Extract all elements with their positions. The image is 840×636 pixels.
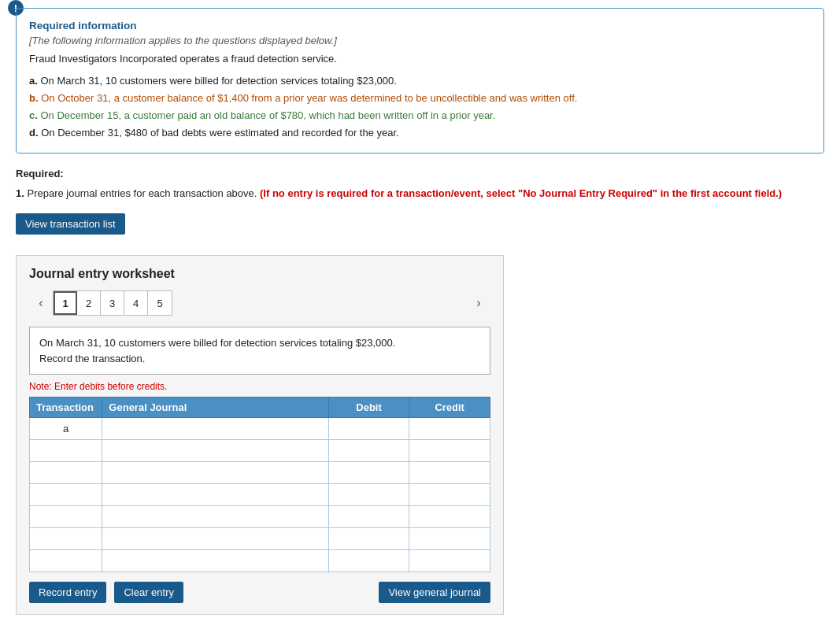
info-item-a: a. On March 31, 10 customers were billed… [29, 72, 811, 90]
credit-input[interactable] [413, 443, 487, 458]
transaction-cell [30, 484, 102, 506]
debit-input[interactable] [332, 509, 406, 524]
transaction-cell: a [30, 418, 102, 440]
general-journal-input[interactable] [105, 465, 324, 480]
credit-cell[interactable] [409, 506, 490, 528]
page-2[interactable]: 2 [77, 291, 101, 315]
debit-cell[interactable] [328, 484, 409, 506]
question-normal-text: Prepare journal entries for each transac… [27, 187, 260, 199]
general-journal-cell[interactable] [102, 506, 328, 528]
info-box: Required information [The following info… [16, 8, 824, 153]
credit-input[interactable] [413, 531, 487, 546]
debit-input[interactable] [332, 465, 406, 480]
table-row [30, 528, 490, 550]
info-box-title: Required information [29, 20, 811, 31]
record-entry-button[interactable]: Record entry [29, 582, 106, 603]
table-row [30, 462, 490, 484]
pagination-numbers: 1 2 3 4 5 [53, 290, 172, 316]
col-header-transaction: Transaction [30, 398, 102, 418]
credit-cell[interactable] [409, 462, 490, 484]
general-journal-cell[interactable] [102, 462, 328, 484]
debit-input[interactable] [332, 531, 406, 546]
journal-entry-worksheet: Journal entry worksheet ‹ 1 2 3 4 5 › On… [16, 255, 504, 615]
debit-cell[interactable] [328, 550, 409, 572]
debit-input[interactable] [332, 487, 406, 502]
general-journal-input[interactable] [105, 421, 324, 436]
table-row [30, 550, 490, 572]
transaction-cell [30, 462, 102, 484]
debit-cell[interactable] [328, 528, 409, 550]
col-header-general-journal: General Journal [102, 398, 328, 418]
info-item-c: c. On December 15, a customer paid an ol… [29, 107, 811, 124]
transaction-cell [30, 550, 102, 572]
page-1[interactable]: 1 [54, 291, 77, 315]
question-bold-red-text: (If no entry is required for a transacti… [260, 187, 782, 199]
clear-entry-button[interactable]: Clear entry [114, 582, 183, 603]
general-journal-input[interactable] [105, 443, 324, 458]
table-row [30, 484, 490, 506]
debit-cell[interactable] [328, 462, 409, 484]
info-box-intro: Fraud Investigators Incorporated operate… [29, 53, 811, 65]
info-box-items: a. On March 31, 10 customers were billed… [29, 72, 811, 142]
general-journal-input[interactable] [105, 509, 324, 524]
pagination-prev-arrow[interactable]: ‹ [29, 291, 53, 315]
page-4[interactable]: 4 [124, 291, 148, 315]
general-journal-cell[interactable] [102, 418, 328, 440]
credit-cell[interactable] [409, 440, 490, 462]
general-journal-cell[interactable] [102, 528, 328, 550]
general-journal-cell[interactable] [102, 440, 328, 462]
debit-input[interactable] [332, 553, 406, 568]
worksheet-description: On March 31, 10 customers were billed fo… [29, 327, 490, 375]
table-row: a [30, 418, 490, 440]
debit-cell[interactable] [328, 418, 409, 440]
general-journal-input[interactable] [105, 531, 324, 546]
general-journal-cell[interactable] [102, 484, 328, 506]
worksheet-description-text: On March 31, 10 customers were billed fo… [39, 337, 395, 364]
credit-cell[interactable] [409, 484, 490, 506]
table-row [30, 506, 490, 528]
page-5[interactable]: 5 [148, 291, 172, 315]
buttons-row: Record entry Clear entry View general jo… [29, 582, 490, 603]
credit-input[interactable] [413, 465, 487, 480]
pagination-next-arrow[interactable]: › [467, 291, 490, 315]
question-number: 1. [16, 187, 27, 199]
credit-cell[interactable] [409, 528, 490, 550]
transaction-cell [30, 528, 102, 550]
required-label: Required: [16, 168, 824, 179]
credit-input[interactable] [413, 509, 487, 524]
credit-input[interactable] [413, 487, 487, 502]
info-item-d: d. On December 31, $480 of bad debts wer… [29, 124, 811, 142]
debit-input[interactable] [332, 443, 406, 458]
page-3[interactable]: 3 [101, 291, 124, 315]
general-journal-input[interactable] [105, 487, 324, 502]
col-header-debit: Debit [328, 398, 409, 418]
journal-table: Transaction General Journal Debit Credit… [29, 397, 490, 572]
credit-cell[interactable] [409, 550, 490, 572]
debit-input[interactable] [332, 421, 406, 436]
credit-input[interactable] [413, 421, 487, 436]
worksheet-title: Journal entry worksheet [29, 267, 490, 281]
info-item-b: b. On October 31, a customer balance of … [29, 90, 811, 107]
general-journal-cell[interactable] [102, 550, 328, 572]
transaction-cell [30, 440, 102, 462]
view-transaction-list-button[interactable]: View transaction list [16, 213, 125, 235]
table-row [30, 440, 490, 462]
info-box-subtitle: [The following information applies to th… [29, 35, 811, 46]
pagination-row: ‹ 1 2 3 4 5 › [29, 290, 490, 316]
transaction-cell [30, 506, 102, 528]
note-text: Note: Enter debits before credits. [29, 381, 490, 392]
credit-cell[interactable] [409, 418, 490, 440]
credit-input[interactable] [413, 553, 487, 568]
debit-cell[interactable] [328, 440, 409, 462]
col-header-credit: Credit [409, 398, 490, 418]
debit-cell[interactable] [328, 506, 409, 528]
general-journal-input[interactable] [105, 553, 324, 568]
view-general-journal-button[interactable]: View general journal [379, 582, 490, 603]
question-text: 1. Prepare journal entries for each tran… [16, 186, 824, 202]
